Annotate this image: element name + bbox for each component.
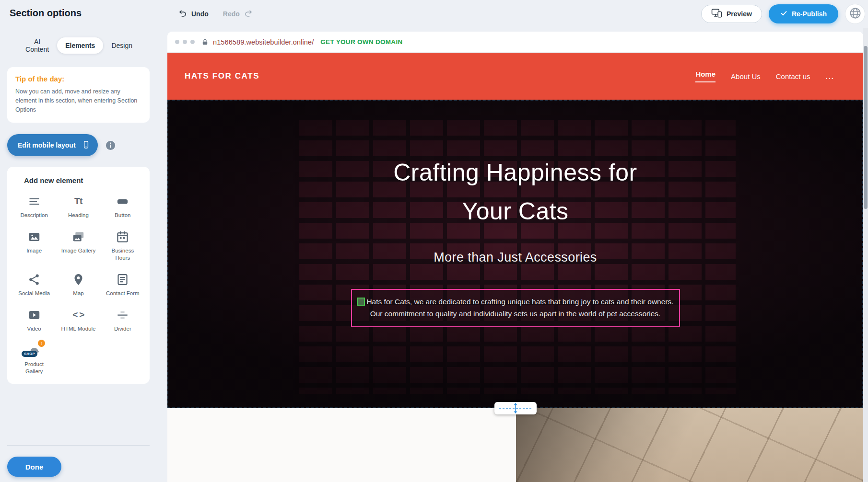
scrollbar-thumb[interactable] <box>864 46 868 209</box>
window-dot <box>190 40 195 44</box>
phone-icon <box>82 139 90 152</box>
nav-more-menu[interactable]: ... <box>825 72 834 80</box>
sidebar: AI Content Elements Design Tip of the da… <box>0 28 157 482</box>
lock-icon <box>201 38 209 46</box>
site-logo: HATS FOR CATS <box>185 71 259 81</box>
info-button[interactable] <box>105 140 116 151</box>
contact-form-icon <box>116 273 129 286</box>
get-domain-link[interactable]: GET YOUR OWN DOMAIN <box>320 38 402 46</box>
preview-devices-icon <box>711 9 722 19</box>
map-pin-icon <box>72 273 85 286</box>
element-anchor-handle[interactable] <box>357 298 365 306</box>
element-product-gallery[interactable]: SHOP ↑ Product Gallery <box>12 339 56 378</box>
tab-ai-content[interactable]: AI Content <box>17 34 57 57</box>
element-grid: Description Tt Heading Button Image Imag… <box>12 190 145 378</box>
info-icon <box>105 145 116 152</box>
window-dot <box>175 40 179 44</box>
element-video[interactable]: Video <box>12 304 56 335</box>
site-nav: Home About Us Contact us ... <box>695 70 846 82</box>
element-business-hours[interactable]: Business Hours <box>101 226 145 264</box>
element-html-module[interactable]: < > HTML Module <box>56 304 100 335</box>
preview-canvas: n1566589.websitebuilder.online/ GET YOUR… <box>167 32 863 482</box>
business-hours-icon <box>116 230 129 243</box>
hero-content: Crafting Happiness for Your Cats More th… <box>167 100 863 408</box>
social-media-icon <box>28 273 41 286</box>
element-contact-form[interactable]: Contact Form <box>101 268 145 300</box>
sidebar-divider <box>7 445 150 446</box>
element-image[interactable]: Image <box>12 226 56 264</box>
hero-body-text: Hats for Cats, we are dedicated to craft… <box>366 298 673 318</box>
hero-subheading[interactable]: More than Just Accessories <box>434 250 597 265</box>
tab-elements[interactable]: Elements <box>57 37 103 54</box>
tab-design[interactable]: Design <box>103 37 141 54</box>
language-globe-button[interactable] <box>845 4 865 24</box>
nav-home[interactable]: Home <box>695 70 716 82</box>
pavement-photo <box>516 408 863 482</box>
sidebar-tabs: AI Content Elements Design <box>0 28 157 61</box>
preview-button[interactable]: Preview <box>701 5 762 23</box>
html-module-icon: < > <box>72 308 84 321</box>
element-social-media[interactable]: Social Media <box>12 268 56 300</box>
window-dot <box>183 40 187 44</box>
element-divider[interactable]: Divider <box>101 304 145 335</box>
edit-mobile-layout-button[interactable]: Edit mobile layout <box>7 134 98 156</box>
website-builder-app: Section options Undo Redo Preview Re-Pub… <box>0 0 868 482</box>
undo-button[interactable]: Undo <box>178 9 209 19</box>
nav-about-us[interactable]: About Us <box>731 72 761 80</box>
site-url: n1566589.websitebuilder.online/ <box>213 38 314 46</box>
shop-badge: SHOP <box>22 351 37 357</box>
tip-body: Now you can add, move and resize any ele… <box>15 87 141 114</box>
tip-of-the-day-card: Tip of the day: Now you can add, move an… <box>7 67 150 123</box>
site-header[interactable]: HATS FOR CATS Home About Us Contact us .… <box>167 53 863 100</box>
hero-heading[interactable]: Crafting Happiness for Your Cats <box>393 153 637 231</box>
topbar: Section options Undo Redo Preview Re-Pub… <box>0 0 868 28</box>
element-heading[interactable]: Tt Heading <box>56 190 100 222</box>
image-gallery-icon <box>72 230 85 243</box>
hero-section-selected[interactable]: Crafting Happiness for Your Cats More th… <box>167 100 863 408</box>
upgrade-badge-icon: ↑ <box>38 340 45 347</box>
redo-icon <box>244 9 253 19</box>
button-icon <box>116 195 129 208</box>
element-button[interactable]: Button <box>101 190 145 222</box>
done-button[interactable]: Done <box>7 457 61 477</box>
video-icon <box>28 308 41 321</box>
topbar-actions: Preview Re-Publish <box>701 0 865 28</box>
section-resize-handle[interactable] <box>494 402 537 414</box>
mobile-layout-row: Edit mobile layout <box>7 134 150 156</box>
globe-icon <box>849 7 862 21</box>
next-section <box>167 408 863 482</box>
redo-button[interactable]: Redo <box>223 9 253 19</box>
heading-icon: Tt <box>74 195 82 208</box>
product-gallery-icon: SHOP ↑ <box>25 344 43 357</box>
element-map[interactable]: Map <box>56 268 100 300</box>
element-image-gallery[interactable]: Image Gallery <box>56 226 100 264</box>
browser-bar: n1566589.websitebuilder.online/ GET YOUR… <box>167 32 863 53</box>
divider-icon <box>116 308 129 321</box>
check-icon <box>780 10 787 18</box>
nav-contact-us[interactable]: Contact us <box>776 72 810 80</box>
undo-icon <box>178 9 188 19</box>
history-controls: Undo Redo <box>178 0 253 28</box>
element-description[interactable]: Description <box>12 190 56 222</box>
selected-text-element[interactable]: Hats for Cats, we are dedicated to craft… <box>351 289 680 327</box>
image-icon <box>28 230 41 243</box>
window-controls <box>175 40 195 44</box>
add-element-card: Add new element Description Tt Heading B… <box>7 167 150 384</box>
page-title: Section options <box>10 8 82 19</box>
description-icon <box>28 195 41 208</box>
add-element-title: Add new element <box>12 176 145 184</box>
scrollbar-track[interactable] <box>863 28 868 482</box>
tip-title: Tip of the day: <box>15 75 141 83</box>
republish-button[interactable]: Re-Publish <box>769 4 838 23</box>
